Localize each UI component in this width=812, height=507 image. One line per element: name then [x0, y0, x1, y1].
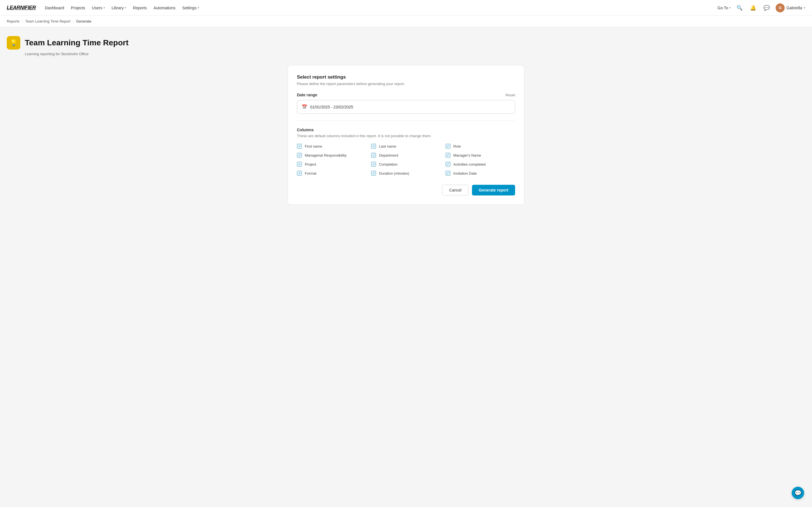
- nav-users[interactable]: Users ▾: [92, 6, 105, 10]
- column-item-department: Department: [371, 153, 441, 158]
- column-label-department: Department: [379, 153, 398, 158]
- page-title: Team Learning Time Report: [25, 38, 129, 47]
- column-item-first-name: First name: [297, 144, 366, 149]
- checkbox-completion: [371, 162, 376, 167]
- checkbox-format: [297, 171, 302, 176]
- checkbox-invitation-date: [446, 171, 451, 176]
- column-label-managers-name: Manager's Name: [453, 153, 481, 158]
- column-label-invitation-date: Invitation Date: [453, 171, 477, 175]
- column-item-format: Format: [297, 171, 366, 176]
- page-subtitle: Learning reporting for Stockholm Office: [25, 52, 805, 56]
- nav-settings[interactable]: Settings ▾: [182, 6, 199, 10]
- column-label-first-name: First name: [305, 144, 322, 149]
- chat-icon: 💬: [795, 490, 802, 496]
- date-range-label: Date range: [297, 93, 317, 97]
- columns-label: Columns: [297, 128, 515, 132]
- checkbox-first-name: [297, 144, 302, 149]
- column-item-duration: Duration (minutes): [371, 171, 441, 176]
- checkbox-department: [371, 153, 376, 158]
- page-content: 💡 Team Learning Time Report Learning rep…: [0, 27, 812, 507]
- nav-reports[interactable]: Reports: [133, 6, 147, 10]
- column-item-managerial-responsibility: Managerial Responsibility: [297, 153, 366, 158]
- column-item-completion: Completion: [371, 162, 441, 167]
- nav-right: Go To ▾ 🔍 🔔 💬 G Gabriella ▾: [718, 3, 805, 12]
- card-actions: Cancel Generate report: [297, 185, 515, 195]
- checkbox-duration: [371, 171, 376, 176]
- breadcrumb-sep-1: ›: [22, 19, 23, 23]
- column-item-last-name: Last name: [371, 144, 441, 149]
- breadcrumb-reports[interactable]: Reports: [7, 19, 20, 23]
- columns-description: These are default columns included in th…: [297, 134, 515, 138]
- cancel-button[interactable]: Cancel: [442, 185, 469, 195]
- column-label-format: Format: [305, 171, 316, 175]
- chat-bubble-button[interactable]: 💬: [792, 487, 804, 499]
- checkbox-managers-name: [446, 153, 451, 158]
- messages-button[interactable]: 💬: [762, 3, 771, 12]
- breadcrumb-generate: Generate: [76, 19, 91, 23]
- reset-button[interactable]: Reset: [506, 93, 515, 97]
- columns-grid: First name Last name Role Managerial Res…: [297, 144, 515, 176]
- settings-chevron-icon: ▾: [198, 6, 199, 9]
- card-title: Select report settings: [297, 74, 515, 80]
- checkbox-last-name: [371, 144, 376, 149]
- goto-chevron-icon: ▾: [729, 6, 730, 9]
- nav-automations[interactable]: Automations: [153, 6, 175, 10]
- avatar-chevron-icon: ▾: [804, 6, 805, 9]
- avatar: G: [776, 3, 784, 12]
- column-label-role: Role: [453, 144, 461, 149]
- settings-card: Select report settings Please define the…: [288, 65, 524, 205]
- column-label-managerial-responsibility: Managerial Responsibility: [305, 153, 347, 158]
- library-chevron-icon: ▾: [124, 6, 126, 9]
- notifications-button[interactable]: 🔔: [749, 3, 758, 12]
- nav-dashboard[interactable]: Dashboard: [45, 6, 64, 10]
- nav-library[interactable]: Library ▾: [112, 6, 126, 10]
- date-range-value: 01/01/2025 - 23/02/2025: [310, 105, 353, 109]
- calendar-icon: 📅: [302, 104, 307, 110]
- column-label-project: Project: [305, 162, 316, 166]
- column-item-role: Role: [446, 144, 515, 149]
- checkbox-managerial-responsibility: [297, 153, 302, 158]
- checkbox-role: [446, 144, 451, 149]
- nav-links: Dashboard Projects Users ▾ Library ▾ Rep…: [45, 6, 709, 10]
- generate-report-button[interactable]: Generate report: [472, 185, 515, 195]
- lightbulb-icon: 💡: [10, 39, 17, 47]
- column-label-last-name: Last name: [379, 144, 396, 149]
- column-item-project: Project: [297, 162, 366, 167]
- breadcrumb-team-report[interactable]: Team Learning Time Report: [26, 19, 70, 23]
- column-label-duration: Duration (minutes): [379, 171, 409, 175]
- logo[interactable]: LEARNIFIER: [7, 5, 36, 11]
- user-avatar-area[interactable]: G Gabriella ▾: [776, 3, 805, 12]
- users-chevron-icon: ▾: [103, 6, 105, 9]
- breadcrumb-sep-2: ›: [73, 19, 74, 23]
- page-header: 💡 Team Learning Time Report: [7, 36, 805, 50]
- navbar: LEARNIFIER Dashboard Projects Users ▾ Li…: [0, 0, 812, 16]
- goto-button[interactable]: Go To ▾: [718, 6, 730, 10]
- search-button[interactable]: 🔍: [735, 3, 744, 12]
- column-label-completion: Completion: [379, 162, 398, 166]
- checkbox-activities-completed: [446, 162, 451, 167]
- checkbox-project: [297, 162, 302, 167]
- column-item-invitation-date: Invitation Date: [446, 171, 515, 176]
- column-label-activities-completed: Activities completed: [453, 162, 486, 166]
- column-item-managers-name: Manager's Name: [446, 153, 515, 158]
- date-range-input[interactable]: 📅 01/01/2025 - 23/02/2025: [297, 100, 515, 114]
- card-description: Please define the report parameters befo…: [297, 82, 515, 86]
- date-range-header: Date range Reset: [297, 93, 515, 97]
- report-icon-box: 💡: [7, 36, 20, 50]
- breadcrumb: Reports › Team Learning Time Report › Ge…: [0, 16, 812, 27]
- nav-projects[interactable]: Projects: [71, 6, 86, 10]
- column-item-activities-completed: Activities completed: [446, 162, 515, 167]
